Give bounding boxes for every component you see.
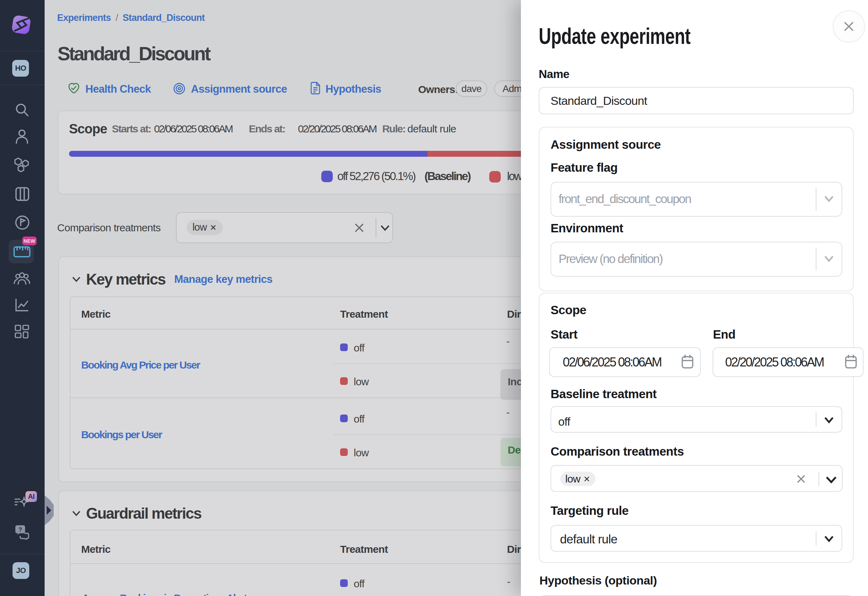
svg-text:?: ? [18, 526, 22, 533]
